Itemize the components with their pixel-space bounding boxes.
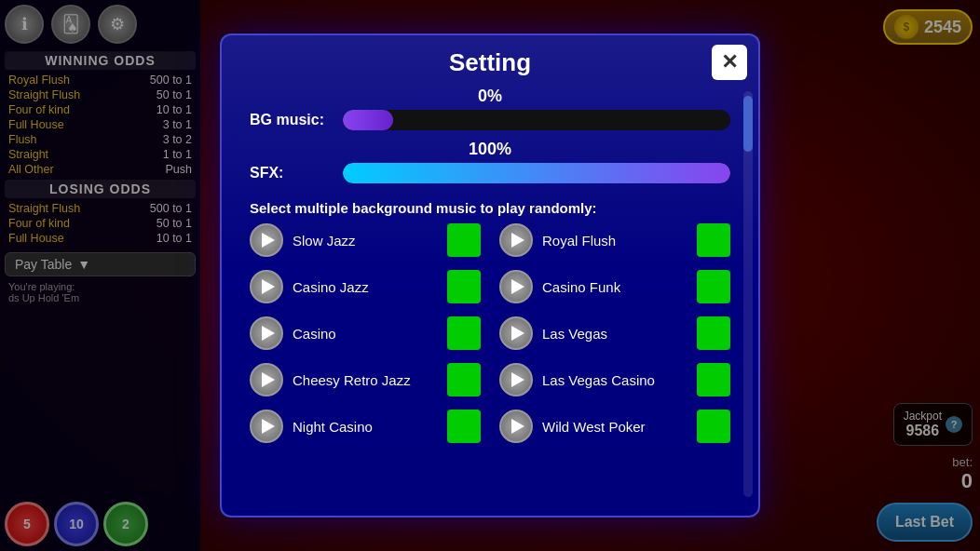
music-item: Casino [250, 316, 481, 350]
play-button[interactable] [499, 270, 533, 303]
music-name: Casino Jazz [293, 279, 438, 295]
music-name: Night Casino [293, 419, 438, 435]
play-triangle-icon [262, 419, 275, 434]
music-item: Las Vegas [499, 316, 730, 350]
sfx-section: 100% SFX: [222, 140, 758, 183]
music-toggle-button[interactable] [697, 223, 730, 257]
bg-music-section: 0% BG music: [222, 87, 758, 130]
play-button[interactable] [499, 363, 533, 396]
music-item: Casino Jazz [250, 270, 481, 303]
play-triangle-icon [511, 233, 524, 248]
play-button[interactable] [250, 270, 283, 303]
play-triangle-icon [511, 419, 524, 434]
bg-music-slider[interactable] [343, 110, 730, 130]
dialog-title: Setting [449, 48, 531, 76]
music-toggle-button[interactable] [447, 316, 481, 350]
music-item: Royal Flush [499, 223, 730, 257]
sfx-percent: 100% [250, 140, 730, 159]
modal-overlay: Setting ✕ 0% BG music: 100% SFX: [0, 0, 980, 551]
music-name: Las Vegas Casino [542, 372, 687, 388]
dialog-scrollbar[interactable] [743, 91, 753, 497]
music-toggle-button[interactable] [447, 270, 481, 303]
music-item: Slow Jazz [250, 223, 481, 257]
play-triangle-icon [511, 326, 524, 341]
sfx-slider[interactable] [343, 163, 730, 183]
music-name: Cheesy Retro Jazz [293, 372, 438, 388]
music-item: Night Casino [250, 410, 481, 443]
play-triangle-icon [262, 233, 275, 248]
sfx-label: SFX: [250, 165, 333, 181]
music-toggle-button[interactable] [447, 410, 481, 443]
bg-music-row: BG music: [250, 110, 730, 130]
sfx-row: SFX: [250, 163, 730, 183]
play-triangle-icon [262, 372, 275, 387]
play-button[interactable] [250, 363, 283, 396]
bg-music-label: BG music: [250, 112, 333, 128]
sfx-fill [343, 163, 730, 183]
music-toggle-button[interactable] [447, 363, 481, 396]
play-button[interactable] [499, 223, 533, 257]
music-name: Slow Jazz [293, 233, 438, 249]
music-toggle-button[interactable] [697, 270, 730, 303]
bg-music-percent: 0% [250, 87, 730, 106]
music-name: Casino Funk [542, 279, 687, 295]
music-toggle-button[interactable] [697, 410, 730, 443]
music-toggle-button[interactable] [697, 363, 730, 396]
music-name: Las Vegas [542, 326, 687, 342]
music-name: Casino [293, 326, 438, 342]
dialog-scrollbar-thumb [743, 96, 753, 152]
play-button[interactable] [250, 223, 283, 257]
play-button[interactable] [250, 316, 283, 350]
music-toggle-button[interactable] [697, 316, 730, 350]
music-item: Cheesy Retro Jazz [250, 363, 481, 396]
play-triangle-icon [262, 326, 275, 341]
music-toggle-button[interactable] [447, 223, 481, 257]
play-triangle-icon [511, 372, 524, 387]
music-name: Royal Flush [542, 233, 687, 249]
setting-dialog: Setting ✕ 0% BG music: 100% SFX: [220, 34, 760, 517]
close-button[interactable]: ✕ [712, 45, 747, 80]
play-triangle-icon [262, 279, 275, 294]
music-item: Casino Funk [499, 270, 730, 303]
play-button[interactable] [499, 410, 533, 443]
music-item: Wild West Poker [499, 410, 730, 443]
bg-music-fill [343, 110, 393, 130]
dialog-header: Setting ✕ [222, 35, 758, 87]
select-music-label: Select multiple background music to play… [222, 193, 758, 223]
music-grid: Slow Jazz Royal Flush Casino Jazz Casino… [222, 223, 758, 443]
music-item: Las Vegas Casino [499, 363, 730, 396]
music-name: Wild West Poker [542, 419, 687, 435]
play-button[interactable] [499, 316, 533, 350]
play-triangle-icon [511, 279, 524, 294]
play-button[interactable] [250, 410, 283, 443]
